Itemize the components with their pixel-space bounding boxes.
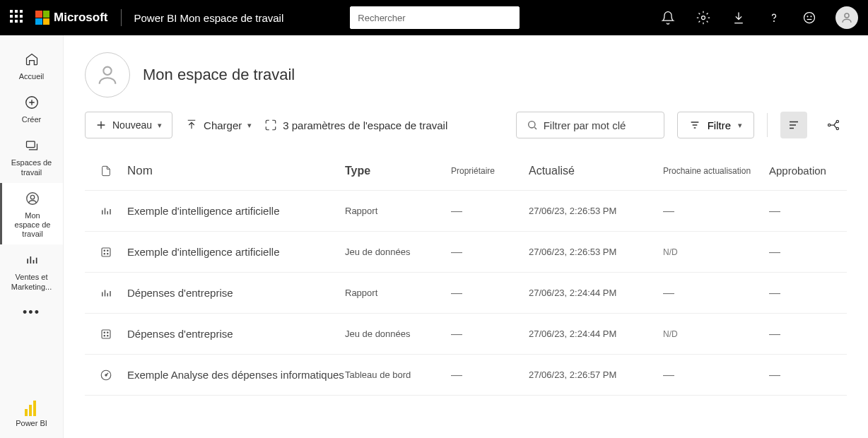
nav-home[interactable]: Accueil	[0, 44, 63, 87]
svg-point-18	[104, 253, 105, 254]
svg-point-11	[528, 122, 534, 128]
col-name[interactable]: Nom	[127, 164, 345, 178]
item-next: N/D	[663, 329, 769, 339]
workspace-settings-button[interactable]: 3 paramètres de l'espace de travail	[264, 119, 447, 131]
svg-point-16	[104, 250, 105, 251]
item-name: Exemple d'intelligence artificielle	[127, 246, 345, 258]
bars-icon	[22, 250, 42, 270]
nav-workspaces-label: Espaces de travail	[3, 158, 60, 177]
app-launcher-icon[interactable]	[10, 10, 25, 25]
notifications-icon[interactable]	[660, 10, 676, 25]
col-type[interactable]: Type	[345, 165, 451, 177]
svg-point-19	[107, 253, 109, 254]
help-icon[interactable]	[766, 10, 782, 25]
settings-label: 3 paramètres de l'espace de travail	[283, 119, 447, 131]
col-next[interactable]: Prochaine actualisation	[663, 166, 769, 176]
svg-point-10	[103, 67, 111, 75]
column-icon	[85, 165, 127, 177]
item-name: Exemple Analyse des dépenses informatiqu…	[127, 369, 345, 381]
item-next: —	[663, 369, 769, 381]
chevron-down-icon: ▾	[738, 121, 742, 130]
nav-powerbi[interactable]: Power BI	[16, 401, 47, 438]
item-owner: —	[451, 369, 529, 381]
nav-my-workspace-label: Monespace de travail	[5, 211, 60, 239]
workspaces-icon	[22, 136, 42, 155]
table-row[interactable]: Exemple d'intelligence artificielle Rapp…	[85, 191, 847, 232]
microsoft-icon	[35, 11, 49, 25]
upload-button[interactable]: Charger ▾	[185, 119, 252, 131]
person-circle-icon	[23, 189, 42, 208]
col-owner[interactable]: Propriétaire	[451, 166, 529, 176]
item-type: Rapport	[345, 206, 451, 216]
report-icon	[85, 205, 127, 218]
workspace-header: Mon espace de travail	[64, 35, 868, 105]
table-header: Nom Type Propriétaire Actualisé Prochain…	[85, 151, 847, 191]
svg-rect-7	[26, 142, 35, 148]
nav-my-workspace[interactable]: Monespace de travail	[0, 183, 63, 245]
dataset-icon	[85, 328, 127, 341]
nav-workspaces[interactable]: Espaces de travail	[0, 130, 63, 182]
microsoft-logo: Microsoft	[35, 11, 108, 25]
upload-button-label: Charger	[204, 119, 242, 131]
list-view-button[interactable]	[780, 112, 807, 138]
svg-point-12	[828, 124, 831, 126]
divider	[767, 113, 768, 137]
svg-point-0	[702, 16, 705, 20]
svg-point-22	[107, 332, 109, 333]
table-row[interactable]: Exemple d'intelligence artificielle Jeu …	[85, 232, 847, 273]
settings-icon[interactable]	[696, 10, 711, 25]
dataset-icon	[85, 246, 127, 259]
item-refreshed: 27/06/23, 2:24:44 PM	[529, 288, 663, 298]
home-icon	[22, 49, 42, 69]
item-endorse: —	[769, 328, 847, 341]
powerbi-icon	[25, 401, 37, 416]
dashboard-icon	[85, 369, 127, 381]
item-type: Tableau de bord	[345, 369, 451, 380]
brand-text: Microsoft	[54, 11, 108, 25]
user-avatar[interactable]	[835, 6, 858, 29]
feedback-icon[interactable]	[802, 10, 817, 25]
col-refreshed[interactable]: Actualisé	[529, 165, 663, 177]
new-button[interactable]: Nouveau ▾	[85, 112, 172, 138]
nav-powerbi-label: Power BI	[16, 419, 47, 428]
report-icon	[85, 287, 127, 300]
download-icon[interactable]	[731, 10, 746, 25]
col-endorse[interactable]: Approbation	[769, 165, 847, 177]
item-name: Exemple d'intelligence artificielle	[127, 205, 345, 217]
filter-button[interactable]: Filtre ▾	[677, 112, 754, 138]
search-input[interactable]: Rechercher	[350, 6, 520, 29]
table-row[interactable]: Dépenses d'entreprise Rapport — 27/06/23…	[85, 273, 847, 314]
svg-point-21	[104, 332, 105, 333]
svg-rect-20	[102, 330, 110, 338]
content-table: Nom Type Propriétaire Actualisé Prochain…	[64, 151, 868, 396]
filter-button-label: Filtre	[708, 119, 731, 131]
filter-placeholder: Filtrer par mot clé	[544, 119, 626, 131]
svg-point-3	[807, 16, 808, 17]
item-owner: —	[451, 205, 529, 218]
svg-point-17	[107, 250, 109, 251]
svg-point-23	[104, 335, 105, 336]
divider	[121, 9, 122, 26]
plus-circle-icon	[22, 93, 42, 112]
item-next: —	[663, 287, 769, 300]
item-refreshed: 27/06/23, 2:26:57 PM	[529, 369, 663, 380]
svg-point-4	[811, 16, 811, 17]
item-refreshed: 27/06/23, 2:24:44 PM	[529, 328, 663, 339]
nav-create[interactable]: Créer	[0, 87, 63, 130]
nav-sales-marketing[interactable]: Ventes etMarketing...	[0, 244, 63, 297]
item-endorse: —	[769, 369, 847, 381]
global-header: Microsoft Power BI Mon espace de travail…	[0, 0, 868, 35]
table-row[interactable]: Dépenses d'entreprise Jeu de données — 2…	[85, 314, 847, 355]
table-row[interactable]: Exemple Analyse des dépenses informatiqu…	[85, 355, 847, 396]
item-type: Jeu de données	[345, 328, 451, 339]
breadcrumb[interactable]: Power BI Mon espace de travail	[134, 12, 284, 24]
nav-sales-label: Ventes etMarketing...	[11, 273, 52, 291]
item-next: —	[663, 205, 769, 218]
svg-point-1	[774, 21, 775, 22]
nav-more[interactable]: •••	[0, 297, 63, 328]
nav-home-label: Accueil	[19, 72, 44, 81]
workspace-toolbar: Nouveau ▾ Charger ▾ 3 paramètres de l'es…	[64, 105, 868, 151]
lineage-view-button[interactable]	[820, 112, 847, 138]
filter-keyword-input[interactable]: Filtrer par mot clé	[516, 112, 664, 138]
item-name: Dépenses d'entreprise	[127, 287, 345, 299]
